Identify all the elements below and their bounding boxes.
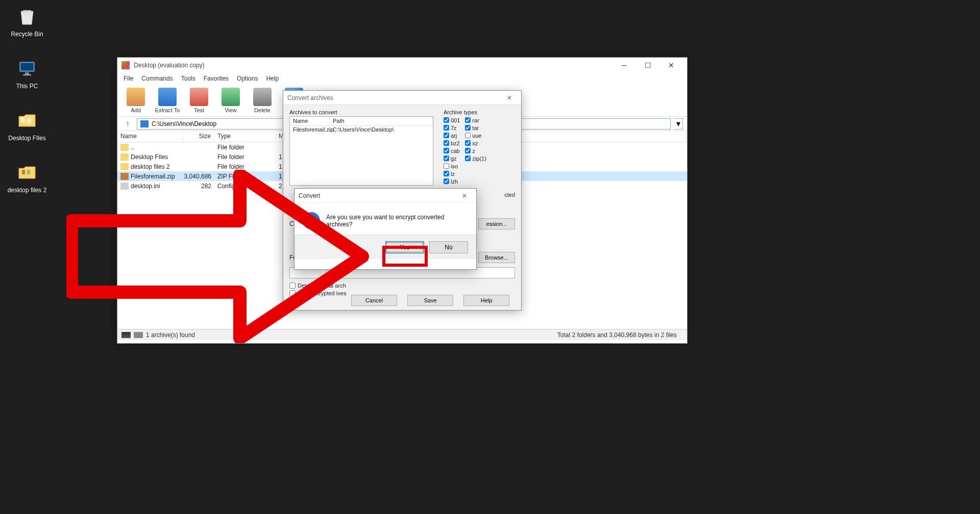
no-button[interactable]: No <box>429 241 468 253</box>
recycle-bin-icon <box>15 4 39 29</box>
dialog-titlebar[interactable]: Convert archives ✕ <box>283 91 521 105</box>
desktop-icon-desktop-files-2[interactable]: desktop files 2 <box>4 160 50 194</box>
archive-type-checkbox[interactable] <box>444 117 449 123</box>
dialog-cancel-button[interactable]: Cancel <box>351 295 397 306</box>
archives-to-convert-label: Archives to convert <box>289 109 433 115</box>
svg-rect-3 <box>23 74 31 75</box>
delete-original-checkbox[interactable] <box>289 282 296 289</box>
menu-help[interactable]: Help <box>262 74 283 83</box>
col-type[interactable]: Type <box>214 131 276 142</box>
info-icon: ? <box>303 212 320 229</box>
archive-type-checkbox[interactable] <box>444 163 449 169</box>
archive-type-checkbox[interactable] <box>444 140 449 146</box>
tool-extract[interactable]: Extract To <box>153 88 182 113</box>
maximize-button[interactable]: ☐ <box>636 58 659 73</box>
archive-type-lzh[interactable]: lzh <box>444 177 460 185</box>
delete-icon <box>253 88 272 106</box>
archive-type-rar[interactable]: rar <box>465 116 486 124</box>
archive-type-lz[interactable]: lz <box>444 170 460 177</box>
archive-type-zip(1)[interactable]: zip(1) <box>465 155 486 162</box>
view-icon <box>222 88 240 106</box>
tool-view[interactable]: View <box>216 88 245 113</box>
monitor-icon <box>15 56 39 81</box>
archive-type-checkbox[interactable] <box>465 133 471 138</box>
dialog-close-button[interactable]: ✕ <box>502 91 517 105</box>
file-icon <box>120 183 129 190</box>
archive-type-arj[interactable]: arj <box>444 132 460 139</box>
archive-type-checkbox[interactable] <box>444 148 449 153</box>
desktop-icon-recycle-bin[interactable]: Recycle Bin <box>4 4 50 38</box>
list-col-name[interactable]: Name <box>290 117 330 125</box>
desktop-icon-label: Recycle Bin <box>4 31 50 38</box>
selected-label-partial: cted <box>504 192 515 198</box>
archive-type-checkbox[interactable] <box>465 117 471 123</box>
titlebar[interactable]: Desktop (evaluation copy) ─ ☐ ✕ <box>117 58 687 73</box>
archive-type-bz2[interactable]: bz2 <box>444 139 460 147</box>
archive-type-7z[interactable]: 7z <box>444 124 460 132</box>
file-icon <box>120 163 129 170</box>
archive-type-checkbox[interactable] <box>444 178 449 184</box>
status-right: Total 2 folders and 3,040,968 bytes in 2… <box>557 331 687 339</box>
browse-button[interactable]: Browse... <box>478 252 515 263</box>
desktop-icon-desktop-files[interactable]: Desktop FIles <box>4 108 50 142</box>
archive-type-z[interactable]: z <box>465 147 486 155</box>
close-button[interactable]: ✕ <box>659 58 683 73</box>
address-dropdown[interactable]: ▾ <box>674 118 683 130</box>
folder-icon <box>15 108 39 133</box>
desktop-icon-label: desktop files 2 <box>4 187 50 194</box>
svg-rect-4 <box>21 117 25 122</box>
archive-type-cab[interactable]: cab <box>444 147 460 155</box>
confirm-close-button[interactable]: ✕ <box>457 189 472 202</box>
file-icon <box>120 144 129 151</box>
col-name[interactable]: Name <box>117 131 184 142</box>
archive-type-checkbox[interactable] <box>465 140 471 146</box>
archive-type-checkbox[interactable] <box>465 148 471 153</box>
archive-type-checkbox[interactable] <box>444 133 449 138</box>
archive-type-checkbox[interactable] <box>444 156 449 161</box>
file-icon <box>120 153 129 161</box>
menubar: File Commands Tools Favorites Options He… <box>117 73 687 84</box>
archive-types-label: Archive types <box>444 109 515 115</box>
dialog-save-button[interactable]: Save <box>407 295 453 306</box>
archive-type-uue[interactable]: uue <box>465 132 486 139</box>
menu-favorites[interactable]: Favorites <box>200 74 233 83</box>
archive-type-checkbox[interactable] <box>444 125 449 131</box>
confirm-dialog: Convert ✕ ? Are you sure you want to enc… <box>294 188 477 270</box>
archive-type-iso[interactable]: iso <box>444 162 460 170</box>
window-title: Desktop (evaluation copy) <box>134 62 205 69</box>
menu-commands[interactable]: Commands <box>137 74 177 83</box>
archive-type-xz[interactable]: xz <box>465 139 486 147</box>
menu-tools[interactable]: Tools <box>177 74 200 83</box>
minimize-button[interactable]: ─ <box>612 58 636 73</box>
archive-row[interactable]: Filesforemail.zip C:\Users\Vince\Desktop… <box>290 126 433 133</box>
statusbar: 1 archive(s) found Total 2 folders and 3… <box>117 329 687 340</box>
menu-file[interactable]: File <box>119 74 137 83</box>
desktop-icon-label: This PC <box>4 83 50 90</box>
archives-list[interactable]: Name Path Filesforemail.zip C:\Users\Vin… <box>289 116 433 186</box>
extract-icon <box>158 88 177 106</box>
compression-button[interactable]: ession... <box>478 218 515 229</box>
desktop-icon-this-pc[interactable]: This PC <box>4 56 50 90</box>
archive-type-gz[interactable]: gz <box>444 155 460 162</box>
list-col-path[interactable]: Path <box>330 117 433 125</box>
svg-rect-2 <box>25 72 29 74</box>
archive-type-tar[interactable]: tar <box>465 124 486 132</box>
archive-type-checkbox[interactable] <box>444 171 449 176</box>
confirm-titlebar[interactable]: Convert ✕ <box>295 189 476 203</box>
tool-test[interactable]: Test <box>185 88 213 113</box>
confirm-message: Are you sure you want to encrypt convert… <box>326 214 468 228</box>
file-icon <box>120 173 129 180</box>
archive-type-001[interactable]: 001 <box>444 116 460 124</box>
add-icon <box>127 88 145 106</box>
menu-options[interactable]: Options <box>233 74 262 83</box>
up-button[interactable]: ↑ <box>121 118 134 130</box>
tool-add[interactable]: Add <box>121 88 150 113</box>
dialog-help-button[interactable]: Help <box>463 295 509 306</box>
svg-rect-6 <box>22 170 25 174</box>
archive-type-checkbox[interactable] <box>465 156 471 161</box>
test-icon <box>190 88 208 106</box>
col-size[interactable]: Size <box>184 131 214 142</box>
archive-type-checkbox[interactable] <box>465 125 471 131</box>
tool-delete[interactable]: Delete <box>248 88 277 113</box>
yes-button[interactable]: Yes <box>385 241 424 253</box>
